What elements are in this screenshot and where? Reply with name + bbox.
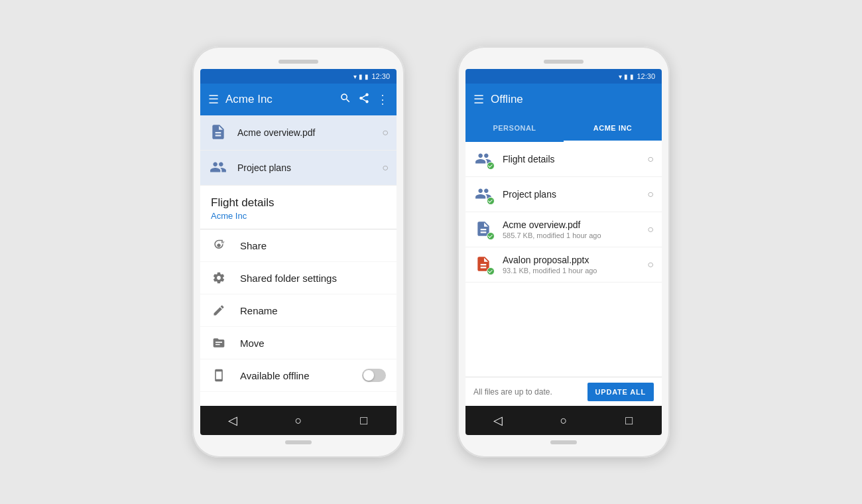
pdf-icon — [208, 122, 228, 142]
flight-folder-icon-wrap — [473, 149, 495, 170]
phone-1-home-bar — [285, 440, 312, 444]
signal-icon-2: ▮ — [624, 73, 628, 80]
pdf-icon-wrap — [208, 122, 229, 143]
phone-2-screen: ▾ ▮ ▮ 12:30 ☰ Offline PERSONAL ACME INC — [465, 69, 662, 435]
status-time-1: 12:30 — [371, 72, 390, 80]
context-header: Flight details Acme Inc — [200, 186, 397, 229]
recent-button-2[interactable]: □ — [616, 407, 643, 434]
bottom-nav-1: ◁ ○ □ — [200, 406, 397, 435]
context-title: Flight details — [211, 196, 386, 210]
context-subtitle: Acme Inc — [211, 211, 386, 221]
signal-icon: ▮ — [359, 73, 363, 80]
app-bar-2: ☰ Offline — [465, 84, 662, 115]
menu-item-share[interactable]: Share — [200, 229, 397, 262]
offline-toggle[interactable] — [362, 369, 386, 382]
back-button-1[interactable]: ◁ — [219, 407, 246, 434]
app-bar-1: ☰ Acme Inc ⋮ — [200, 84, 397, 115]
tab-acme-inc[interactable]: ACME INC — [564, 115, 662, 142]
acme-overview-meta: 585.7 KB, modified 1 hour ago — [503, 231, 639, 239]
context-menu: Flight details Acme Inc Share Shared fol… — [200, 186, 397, 406]
dimmed-file-list: Acme overview.pdf ○ Project plans ○ — [200, 115, 397, 186]
folder-action-icon-dimmed[interactable]: ○ — [382, 162, 389, 174]
menu-item-move[interactable]: Move — [200, 327, 397, 359]
acme-pdf-badge — [487, 232, 495, 240]
flight-details-name: Flight details — [503, 154, 639, 164]
move-label: Move — [240, 338, 386, 349]
acme-overview-action[interactable]: ○ — [647, 223, 654, 235]
offline-label: Available offline — [240, 370, 349, 381]
offline-icon — [211, 369, 227, 382]
project-plans-action[interactable]: ○ — [647, 188, 654, 200]
phone-2-speaker — [544, 60, 584, 64]
avalon-proposal-action[interactable]: ○ — [647, 259, 654, 271]
flight-details-action[interactable]: ○ — [647, 153, 654, 165]
acme-overview-info: Acme overview.pdf 585.7 KB, modified 1 h… — [503, 220, 639, 239]
flight-badge — [487, 162, 495, 170]
menu-item-folder-settings[interactable]: Shared folder settings — [200, 262, 397, 294]
phone-2-bottom — [465, 440, 662, 444]
back-button-2[interactable]: ◁ — [485, 407, 511, 434]
project-plans-info: Project plans — [503, 189, 639, 200]
avalon-badge — [487, 267, 495, 275]
status-bar-1: ▾ ▮ ▮ 12:30 — [200, 69, 397, 84]
menu-item-offline[interactable]: Available offline — [200, 359, 397, 392]
dimmed-item-pdf: Acme overview.pdf ○ — [200, 115, 397, 151]
phone-1-screen: ▾ ▮ ▮ 12:30 ☰ Acme Inc ⋮ — [200, 69, 397, 435]
status-bar-2: ▾ ▮ ▮ 12:30 — [465, 69, 662, 84]
more-icon-1[interactable]: ⋮ — [377, 92, 389, 107]
project-badge — [487, 197, 495, 205]
avalon-pptx-icon-wrap — [473, 254, 495, 275]
phone-2-home-bar — [550, 440, 577, 444]
rename-icon — [211, 304, 227, 317]
file-item-flight-details[interactable]: Flight details ○ — [465, 142, 662, 177]
project-plans-name: Project plans — [503, 189, 639, 200]
pdf-action-icon[interactable]: ○ — [382, 127, 389, 139]
tab-personal-label: PERSONAL — [493, 124, 536, 132]
project-folder-icon-wrap — [473, 184, 495, 205]
menu-icon-2[interactable]: ☰ — [473, 92, 484, 107]
tabs-bar-2: PERSONAL ACME INC — [465, 115, 662, 142]
share-label: Share — [240, 240, 386, 251]
file-list-2: Flight details ○ Project plans ○ — [465, 142, 662, 377]
menu-item-rename[interactable]: Rename — [200, 294, 397, 327]
share-menu-icon — [211, 239, 227, 252]
app-bar-title-1: Acme Inc — [225, 93, 333, 106]
share-icon-1[interactable] — [358, 92, 370, 107]
menu-icon-1[interactable]: ☰ — [208, 92, 219, 107]
dimmed-item-folder: Project plans ○ — [200, 151, 397, 186]
avalon-proposal-name: Avalon proposal.pptx — [503, 255, 639, 265]
wifi-icon: ▾ — [353, 73, 357, 80]
file-item-avalon-proposal[interactable]: Avalon proposal.pptx 93.1 KB, modified 1… — [465, 247, 662, 283]
move-icon — [211, 336, 227, 349]
tab-personal[interactable]: PERSONAL — [465, 115, 564, 142]
phone-1-speaker — [278, 60, 318, 64]
home-button-2[interactable]: ○ — [550, 407, 577, 434]
avalon-proposal-info: Avalon proposal.pptx 93.1 KB, modified 1… — [503, 255, 639, 275]
bottom-status-bar: All files are up to date. UPDATE ALL — [465, 377, 662, 406]
search-icon-1[interactable] — [339, 92, 351, 107]
file-item-acme-overview[interactable]: Acme overview.pdf 585.7 KB, modified 1 h… — [465, 212, 662, 247]
phone-1-bottom — [200, 440, 397, 444]
flight-details-info: Flight details — [503, 154, 639, 164]
status-time-2: 12:30 — [637, 72, 655, 80]
avalon-proposal-meta: 93.1 KB, modified 1 hour ago — [503, 267, 639, 275]
acme-pdf-icon-wrap — [473, 219, 495, 240]
folder-settings-label: Shared folder settings — [240, 273, 386, 284]
folder-shared-icon-dimmed — [208, 157, 228, 177]
phone-2-notch — [465, 60, 662, 64]
pdf-file-name: Acme overview.pdf — [237, 127, 316, 138]
folder-icon-wrap-dimmed — [208, 157, 229, 178]
acme-overview-name: Acme overview.pdf — [503, 220, 639, 230]
update-all-button[interactable]: UPDATE ALL — [587, 383, 654, 401]
folder-file-name-dimmed: Project plans — [237, 162, 291, 173]
battery-icon: ▮ — [365, 73, 369, 80]
file-item-project-plans[interactable]: Project plans ○ — [465, 177, 662, 212]
recent-button-1[interactable]: □ — [351, 407, 377, 434]
home-button-1[interactable]: ○ — [285, 407, 312, 434]
rename-label: Rename — [240, 305, 386, 316]
phone-2: ▾ ▮ ▮ 12:30 ☰ Offline PERSONAL ACME INC — [458, 46, 670, 458]
up-to-date-text: All files are up to date. — [473, 387, 581, 397]
tab-acme-inc-label: ACME INC — [593, 124, 632, 132]
phone-1-notch — [200, 60, 397, 64]
battery-icon-2: ▮ — [630, 73, 634, 80]
